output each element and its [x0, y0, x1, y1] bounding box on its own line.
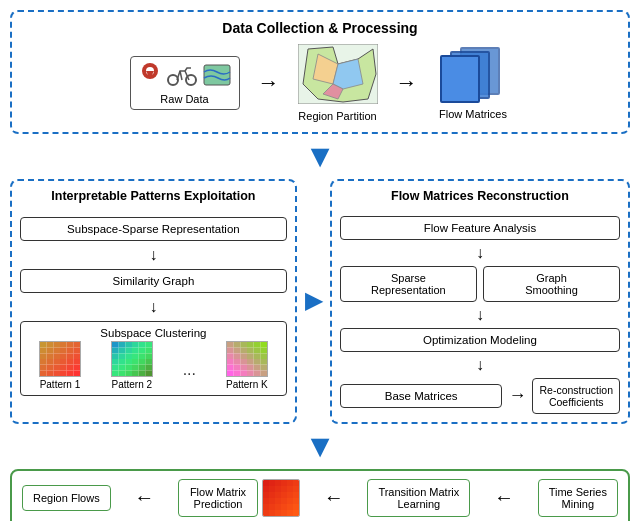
arrow-feature-to-two: ↓: [340, 245, 620, 261]
bike-icon: [167, 63, 197, 87]
region-partition-item: Region Partition: [298, 44, 378, 122]
raw-data-icons: [139, 61, 231, 89]
main-container: Data Collection & Processing: [10, 10, 630, 521]
data-collection-section: Data Collection & Processing: [10, 10, 630, 134]
pattern1-item: Pattern 1: [39, 341, 81, 390]
region-partition-label: Region Partition: [298, 110, 376, 122]
middle-row: Interpretable Patterns Exploitation Subs…: [10, 179, 630, 424]
arrow-time-to-transition: ←: [494, 486, 514, 509]
arrow-middle-to-bottom: ▼: [10, 432, 630, 461]
dc-content: Raw Data → Region Partition →: [24, 44, 616, 122]
raw-data-box: Raw Data: [130, 56, 240, 110]
bottom-section: Region Flows ← Flow Matrix Prediction ← …: [10, 469, 630, 521]
pattern-dots: ...: [183, 351, 196, 379]
pattern1-label: Pattern 1: [40, 379, 81, 390]
arrow-similarity-clustering: ↓: [20, 299, 287, 315]
subspace-clustering-box: Subspace Clustering Pattern 1 Pattern 2 …: [20, 321, 287, 396]
left-panel: Interpretable Patterns Exploitation Subs…: [10, 179, 297, 424]
sparse-graph-row: Sparse Representation Graph Smoothing: [340, 266, 620, 302]
svg-rect-5: [204, 65, 230, 85]
clustering-label: Subspace Clustering: [26, 327, 281, 339]
patternK-item: Pattern K: [226, 341, 268, 390]
time-series-box: Time Series Mining: [538, 479, 618, 517]
arrow1: →: [258, 70, 280, 96]
flow-matrices-stack: [436, 47, 511, 102]
region-flows-box: Region Flows: [22, 485, 111, 511]
similarity-graph-box: Similarity Graph: [20, 269, 287, 293]
pattern2-item: Pattern 2: [111, 341, 153, 390]
subspace-sparse-box: Subspace-Sparse Representation: [20, 217, 287, 241]
data-collection-title: Data Collection & Processing: [24, 20, 616, 36]
graph-smoothing-box: Graph Smoothing: [483, 266, 620, 302]
flow-matrices-item: Flow Matrices: [436, 47, 511, 120]
patternK-label: Pattern K: [226, 379, 268, 390]
flow-matrices-label: Flow Matrices: [439, 108, 507, 120]
arrow-transition-to-pred: ←: [324, 486, 344, 509]
bottom-row: Region Flows ← Flow Matrix Prediction ← …: [22, 479, 618, 517]
arrow-opt-to-base: ↓: [340, 357, 620, 373]
map-icon: [203, 64, 231, 86]
region-partition-map: [298, 44, 378, 104]
arrow-base-to-recon: →: [508, 385, 526, 406]
heatmap1: [39, 341, 81, 377]
arrow2: →: [396, 70, 418, 96]
heatmap2: [111, 341, 153, 377]
sparse-rep-box: Sparse Representation: [340, 266, 477, 302]
pin-icon: [139, 61, 161, 89]
flow-matrix-pred-box: Flow Matrix Prediction: [178, 479, 258, 517]
transition-matrix-box: Transition Matrix Learning: [367, 479, 470, 517]
right-panel: Flow Matrices Reconstruction Flow Featur…: [330, 179, 630, 424]
heatmap3: [226, 341, 268, 377]
arrow-left-to-right: ▶: [305, 179, 322, 424]
arrow-prediction-to-region: ←: [134, 486, 154, 509]
right-panel-title: Flow Matrices Reconstruction: [340, 189, 620, 203]
flow-feature-box: Flow Feature Analysis: [340, 216, 620, 240]
arrow-two-to-opt: ↓: [340, 307, 620, 323]
flow-matrix-group: Flow Matrix Prediction: [178, 479, 300, 517]
base-recon-row: Base Matrices → Re-construction Coeffici…: [340, 378, 620, 414]
recon-coeff-box: Re-construction Coefficients: [532, 378, 620, 414]
base-matrices-box: Base Matrices: [340, 384, 503, 408]
optimization-box: Optimization Modeling: [340, 328, 620, 352]
patterns-row: Pattern 1 Pattern 2 ... Pattern K: [26, 341, 281, 390]
raw-data-item: Raw Data: [130, 56, 240, 110]
matrix-layer1: [440, 55, 480, 103]
arrow-dc-to-middle: ▼: [10, 142, 630, 171]
svg-point-3: [168, 75, 178, 85]
arrow-subspace-similarity: ↓: [20, 247, 287, 263]
raw-data-label: Raw Data: [160, 93, 208, 105]
pattern2-label: Pattern 2: [111, 379, 152, 390]
left-panel-title: Interpretable Patterns Exploitation: [20, 189, 287, 203]
blue-right-arrow: ▶: [305, 288, 322, 314]
flow-matrix-heatmap: [262, 479, 300, 517]
